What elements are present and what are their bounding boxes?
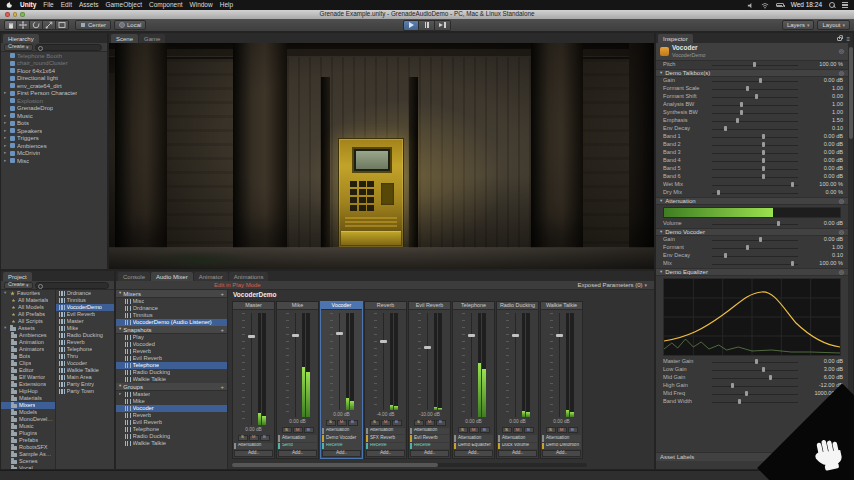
collapse-arrow-icon[interactable]: ▾ [4, 291, 8, 296]
scene-viewport[interactable] [109, 43, 654, 269]
effect-slot[interactable]: Send [278, 443, 317, 450]
project-asset[interactable]: Telephone [56, 346, 114, 353]
menu-item[interactable]: GameObject [105, 2, 142, 9]
project-folder[interactable]: Materials [1, 395, 55, 402]
param-slider[interactable] [712, 101, 798, 109]
strip-name[interactable]: Walkie Talkie [541, 302, 582, 310]
collapse-arrow-icon[interactable]: ▾ [119, 327, 121, 332]
apple-menu-icon[interactable] [6, 1, 13, 9]
add-effect-button[interactable]: Add.. [322, 450, 361, 457]
favorites-item[interactable]: All Prefabs [1, 311, 55, 318]
create-button[interactable]: Create▾ [4, 44, 33, 51]
hand-tool-button[interactable] [4, 20, 17, 30]
project-folder[interactable]: HipHop [1, 388, 55, 395]
volume-fader[interactable] [424, 313, 431, 410]
mute-button[interactable]: M [469, 427, 479, 433]
tab-inspector[interactable]: Inspector [658, 34, 693, 43]
mixer-strip[interactable]: Master 0.00 dB S [232, 301, 275, 459]
effect-slot[interactable]: Attenuation [410, 428, 449, 435]
effect-section-header[interactable]: ▾ Demo Equalizer ◎ [656, 268, 848, 276]
edit-in-play-mode-button[interactable]: Edit in Play Mode [214, 282, 261, 288]
favorites-root[interactable]: ▾ Favorites [1, 290, 55, 297]
strip-name[interactable]: Telephone [453, 302, 494, 310]
mixer-strip[interactable]: Mike 0.00 dB S [276, 301, 319, 459]
mixer-section-item[interactable]: ▸ Play [116, 334, 227, 341]
zoom-window-button[interactable] [20, 12, 25, 17]
menu-item[interactable]: Assets [79, 2, 99, 9]
expand-arrow-icon[interactable]: ▸ [4, 129, 8, 134]
bypass-button[interactable]: B [568, 427, 578, 433]
collapse-arrow-icon[interactable]: ▾ [660, 199, 662, 204]
hierarchy-item[interactable]: ▸ chair_roundCluster [1, 60, 107, 68]
volume-fader[interactable] [468, 313, 475, 417]
param-slider[interactable] [712, 149, 798, 157]
expand-arrow-icon[interactable]: ▸ [4, 144, 8, 149]
hierarchy-item[interactable]: ▸ Telephone Booth [1, 52, 107, 60]
gear-icon[interactable]: ◎ [839, 198, 844, 204]
effect-slot[interactable]: Demo Distortion [542, 443, 581, 450]
strip-name[interactable]: Radio Ducking [497, 302, 538, 310]
param-slider[interactable] [712, 358, 798, 366]
space-toggle-button[interactable]: Local [114, 20, 146, 30]
mixer-section-header[interactable]: ▾ Mixers + [116, 290, 227, 298]
hierarchy-item[interactable]: ▸ Directional light [1, 75, 107, 83]
project-asset[interactable]: Radio Ducking [56, 332, 114, 339]
effect-slot[interactable]: Demo Vocoder [322, 435, 361, 442]
project-folder[interactable]: MonoDevelop [1, 416, 55, 423]
expand-arrow-icon[interactable]: ▸ [4, 121, 8, 126]
hierarchy-item[interactable]: ▸ Misc [1, 157, 107, 165]
project-folder[interactable]: Editor [1, 367, 55, 374]
project-folder[interactable]: Mixers [1, 402, 55, 409]
add-effect-button[interactable]: Add.. [498, 450, 537, 457]
mixer-section-item[interactable]: ▸ Evil Reverb [116, 419, 227, 426]
add-icon[interactable]: + [220, 384, 224, 390]
window-titlebar[interactable]: Grenade Example.unity - GrenadeAudioDemo… [0, 10, 854, 19]
hierarchy-item[interactable]: ▸ Bots [1, 120, 107, 128]
solo-button[interactable]: S [502, 427, 512, 433]
project-asset[interactable]: Ordnance [56, 290, 114, 297]
bypass-button[interactable]: B [480, 427, 490, 433]
effect-slot[interactable]: Attenuation [454, 435, 493, 442]
bottom-tab[interactable]: Animations [229, 272, 269, 281]
menu-item[interactable]: File [43, 2, 53, 9]
bypass-button[interactable]: B [260, 435, 270, 441]
gear-icon[interactable]: ◎ [839, 269, 844, 275]
mixer-section-item[interactable]: ▸ Walkie Talkie [116, 376, 227, 383]
param-slider[interactable] [712, 141, 798, 149]
add-effect-button[interactable]: Add.. [278, 450, 317, 457]
bypass-button[interactable]: B [524, 427, 534, 433]
collapse-arrow-icon[interactable]: ▾ [660, 71, 662, 76]
param-slider[interactable] [712, 252, 798, 260]
add-effect-button[interactable]: Add.. [410, 450, 449, 457]
effect-slot[interactable]: Demo Equalizer [454, 443, 493, 450]
effect-slot[interactable]: Evil Reverb [410, 435, 449, 442]
project-asset[interactable]: Tinnitus [56, 297, 114, 304]
project-folder[interactable]: Animation [1, 339, 55, 346]
lock-icon[interactable] [837, 37, 842, 41]
param-slider[interactable] [712, 165, 798, 173]
volume-fader[interactable] [248, 313, 255, 425]
solo-button[interactable]: S [326, 420, 336, 426]
param-slider[interactable] [712, 374, 798, 382]
menubar-clock[interactable]: Wed 18:24 [791, 2, 822, 9]
project-folder[interactable]: Animators [1, 346, 55, 353]
effect-slot[interactable]: SFX Reverb [366, 435, 405, 442]
param-slider[interactable] [712, 77, 798, 85]
solo-button[interactable]: S [282, 427, 292, 433]
volume-fader[interactable] [512, 313, 519, 417]
solo-button[interactable]: S [458, 427, 468, 433]
pitch-slider[interactable] [712, 61, 798, 69]
mixer-section-item[interactable]: ▸ Vocoded [116, 341, 227, 348]
project-folder[interactable]: Scenes [1, 458, 55, 465]
spotlight-icon[interactable] [829, 2, 835, 8]
scale-tool-button[interactable] [43, 20, 56, 30]
create-button[interactable]: Create▾ [4, 282, 33, 289]
project-folder[interactable]: Plugins [1, 430, 55, 437]
project-asset[interactable]: Party Town [56, 388, 114, 395]
strips-scrollbar[interactable] [232, 463, 587, 467]
mixer-section-item[interactable]: ▸ VocoderDemo (Audio Listener) [116, 319, 227, 326]
bypass-button[interactable]: B [392, 420, 402, 426]
mute-button[interactable]: M [293, 427, 303, 433]
expand-arrow-icon[interactable]: ▸ [4, 159, 8, 164]
project-search-input[interactable] [35, 282, 109, 289]
